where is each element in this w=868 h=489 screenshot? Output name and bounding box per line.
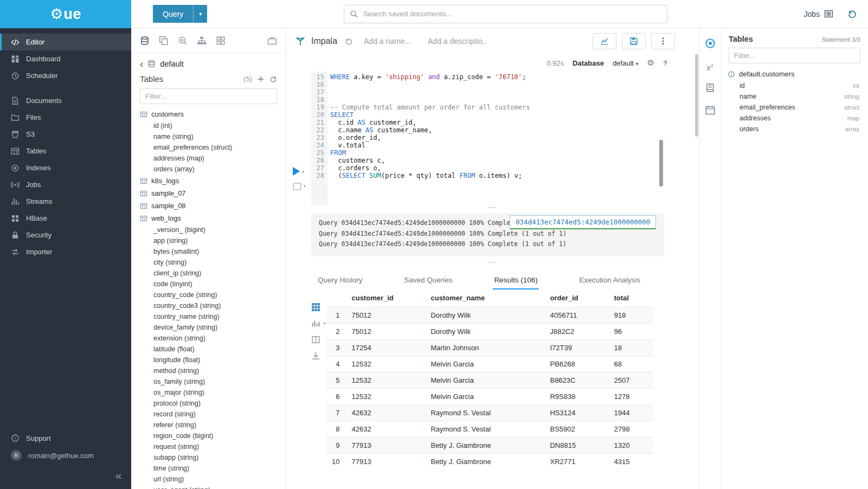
sidebar-item-support[interactable]: ? Support: [0, 429, 131, 447]
tree-table-sample_08[interactable]: sample_08: [140, 200, 281, 212]
add-table-icon[interactable]: [257, 75, 265, 83]
table-row[interactable]: 742632Raymond S. VestalHS31241944: [326, 405, 653, 421]
sitemap-source-icon[interactable]: [197, 36, 207, 46]
tree-column[interactable]: protocol (string): [140, 398, 281, 409]
sql-editor[interactable]: ▾ ▾ 1516171819202122232425262728 WHERE a…: [286, 72, 699, 205]
tab-saved-queries[interactable]: Saved Queries: [403, 272, 453, 289]
editor-context-button[interactable]: [293, 183, 301, 190]
table-row[interactable]: 317254Martin JohnsonI72T3918: [326, 340, 653, 356]
tree-column[interactable]: id (int): [140, 120, 281, 131]
grid-view-button[interactable]: [311, 303, 320, 312]
engine-name[interactable]: Impala: [311, 36, 337, 46]
functions-icon[interactable]: x2: [705, 60, 716, 71]
tree-column[interactable]: user_agent (string): [140, 485, 281, 489]
tree-column[interactable]: request (string): [140, 441, 281, 452]
settings-gear-icon[interactable]: ⚙: [647, 58, 654, 68]
resize-handle-top[interactable]: ⋯: [286, 205, 699, 212]
schedule-icon[interactable]: [705, 105, 716, 115]
table-row[interactable]: 842632Raymond S. VestalBS59022798: [326, 421, 653, 437]
documents-source-icon[interactable]: [159, 36, 169, 46]
save-button[interactable]: [622, 33, 646, 49]
execute-options-caret[interactable]: ▾: [302, 170, 304, 175]
sidebar-item-security[interactable]: Security: [0, 227, 131, 243]
chart-button[interactable]: [593, 33, 616, 49]
sidebar-item-documents[interactable]: Documents: [0, 92, 131, 109]
field-row[interactable]: ordersarray: [721, 124, 868, 134]
apps-source-icon[interactable]: [216, 36, 226, 46]
assistant-icon[interactable]: [705, 38, 716, 49]
sidebar-collapse-button[interactable]: «: [0, 464, 131, 489]
tree-column[interactable]: latitude (float): [140, 344, 281, 355]
page-scrollbar[interactable]: [695, 54, 698, 137]
sidebar-item-scheduler[interactable]: Scheduler: [0, 67, 131, 84]
tree-column[interactable]: email_preferences (struct): [140, 142, 281, 153]
field-row[interactable]: email_preferencesstruct: [721, 102, 868, 113]
column-header[interactable]: total: [608, 291, 653, 307]
database-selector[interactable]: default ▾: [613, 59, 639, 67]
databases-source-icon[interactable]: [140, 36, 150, 46]
column-header[interactable]: order_id: [544, 291, 608, 307]
table-row[interactable]: 275012Dorothy WilkJ882C296: [326, 324, 653, 340]
tree-column[interactable]: os_family (string): [140, 376, 281, 387]
chart-view-button[interactable]: ▾: [311, 319, 320, 328]
tree-column[interactable]: city (string): [140, 257, 281, 268]
tree-column[interactable]: longitude (float): [140, 355, 281, 365]
table-row[interactable]: 175012Dorothy Wilk4056711918: [326, 307, 653, 324]
more-button[interactable]: [651, 33, 675, 49]
tree-column[interactable]: device_family (string): [140, 322, 281, 333]
sidebar-item-files[interactable]: Files: [0, 109, 131, 126]
resize-handle-bottom[interactable]: ⋯: [286, 260, 699, 267]
tab-execution-analysis[interactable]: Execution Analysis: [578, 272, 641, 289]
tree-column[interactable]: country_name (string): [140, 311, 281, 322]
editor-scrollbar[interactable]: [659, 140, 663, 186]
tab-results[interactable]: Results (106): [493, 272, 538, 289]
search-input[interactable]: [362, 9, 661, 18]
tree-column[interactable]: method (string): [140, 365, 281, 376]
sidebar-item-jobs[interactable]: Jobs: [0, 176, 131, 193]
query-dropdown-caret[interactable]: ▾: [193, 5, 207, 23]
sidebar-item-indexes[interactable]: Indexes: [0, 159, 131, 176]
query-history-icon[interactable]: [345, 37, 353, 46]
tree-column[interactable]: country_code (string): [140, 289, 281, 300]
tree-column[interactable]: _version_ (bigint): [140, 224, 281, 235]
tree-column[interactable]: addresses (map): [140, 153, 281, 164]
tree-column[interactable]: country_code3 (string): [140, 300, 281, 311]
tree-column[interactable]: client_ip (string): [140, 268, 281, 279]
sidebar-item-dashboard[interactable]: Dashboard: [0, 50, 131, 67]
column-header[interactable]: customer_name: [425, 291, 544, 307]
jobs-link[interactable]: Jobs: [803, 9, 833, 18]
job-id-popover[interactable]: 034d413ec7474ed5:4249de1000000000: [510, 215, 656, 229]
tree-column[interactable]: url (string): [140, 474, 281, 485]
table-row[interactable]: 1077913Betty J. GiambroneXR27714315: [326, 454, 653, 470]
right-filter-input[interactable]: [729, 48, 860, 63]
tree-column[interactable]: subapp (string): [140, 452, 281, 463]
tree-column[interactable]: extension (string): [140, 333, 281, 344]
field-row[interactable]: idint: [721, 80, 868, 91]
table-row[interactable]: 977913Betty J. GiambroneDN88151320: [326, 437, 653, 454]
sidebar-user[interactable]: R romain@gethue.com: [0, 447, 131, 464]
session-source-icon[interactable]: [267, 36, 277, 46]
history-icon[interactable]: [847, 9, 857, 19]
table-row[interactable]: 412532Melvin GarciaPB626868: [326, 356, 653, 372]
editor-context-caret[interactable]: ▾: [304, 184, 306, 189]
info-icon[interactable]: [728, 70, 735, 78]
query-description-input[interactable]: [427, 36, 487, 46]
editor-help-icon[interactable]: ?: [663, 59, 667, 67]
table-row[interactable]: 612532Melvin GarciaR9S8381278: [326, 389, 653, 405]
sidebar-item-s3[interactable]: S3: [0, 126, 131, 143]
tree-column[interactable]: record (string): [140, 409, 281, 420]
refresh-icon[interactable]: [269, 75, 277, 83]
sidebar-item-editor[interactable]: Editor: [0, 34, 131, 50]
pivot-view-button[interactable]: [311, 335, 320, 344]
sidebar-item-streams[interactable]: Streams: [0, 193, 131, 210]
download-view-button[interactable]: [311, 351, 320, 361]
tree-column[interactable]: time (string): [140, 463, 281, 474]
tree-column[interactable]: os_major (string): [140, 387, 281, 398]
tree-column[interactable]: name (string): [140, 131, 281, 142]
active-table[interactable]: default.customers: [721, 67, 868, 80]
language-reference-icon[interactable]: [705, 82, 716, 93]
query-button[interactable]: Query: [153, 5, 193, 23]
tab-query-history[interactable]: Query History: [317, 272, 364, 289]
breadcrumb-database[interactable]: default: [160, 60, 184, 68]
tree-column[interactable]: region_code (bigint): [140, 430, 281, 441]
